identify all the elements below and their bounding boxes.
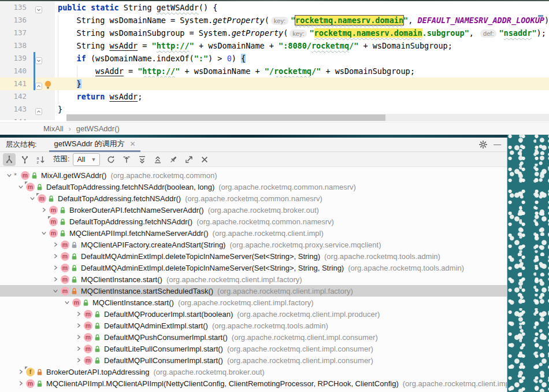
minimize-icon[interactable]: — bbox=[494, 142, 501, 147]
tree-row[interactable]: mMQClientAPIFactory.createAndStart(Strin… bbox=[0, 239, 507, 250]
chevron-down-icon[interactable] bbox=[39, 228, 49, 238]
method-icon: m bbox=[61, 252, 69, 261]
chevron-right-icon[interactable] bbox=[74, 321, 83, 330]
tree-row[interactable]: mBrokerOuterAPI.fetchNameServerAddr()(or… bbox=[0, 204, 507, 216]
sort-alphabetically-icon[interactable]: az bbox=[34, 153, 47, 166]
chevron-right-icon[interactable] bbox=[16, 367, 25, 376]
chevron-right-icon[interactable] bbox=[51, 240, 60, 249]
tree-item-package: (org.apache.rocketmq.tools.admin) bbox=[212, 321, 328, 330]
fold-marker-icon[interactable] bbox=[35, 106, 42, 113]
code-lines: 135public static String getWSAddr() {136… bbox=[0, 1, 549, 120]
code-line[interactable]: 140 wsAddr = "http://" + wsDomainName + … bbox=[0, 65, 549, 77]
breadcrumb-item[interactable]: getWSAddr() bbox=[76, 124, 120, 133]
fold-marker-icon[interactable] bbox=[35, 80, 42, 87]
method-icon: m bbox=[61, 241, 69, 249]
chevron-right-icon[interactable] bbox=[51, 252, 60, 261]
tree-row[interactable]: mDefaultLitePullConsumerImpl.start()(org… bbox=[0, 343, 507, 354]
public-visibility-icon bbox=[94, 334, 101, 341]
chevron-placeholder bbox=[39, 217, 49, 226]
collapse-all-icon[interactable] bbox=[151, 153, 164, 166]
chevron-right-icon[interactable] bbox=[74, 332, 83, 342]
breadcrumb-item[interactable]: MixAll bbox=[43, 124, 64, 133]
tree-row[interactable]: mDefaultMQAdminExtImpl.deleteTopicInName… bbox=[0, 262, 507, 273]
chevron-right-icon[interactable] bbox=[39, 205, 49, 215]
chevron-down-icon[interactable] bbox=[16, 182, 25, 191]
code-line[interactable]: 136 String wsDomainName = System.getProp… bbox=[0, 14, 549, 27]
tree-item-label: BrokerOuterAPI.topAddressing bbox=[46, 368, 149, 376]
caller-hierarchy-icon[interactable] bbox=[3, 153, 16, 166]
code-line[interactable]: 137 String wsDomainSubgroup = System.get… bbox=[0, 27, 549, 39]
chevron-right-icon[interactable] bbox=[16, 379, 25, 388]
method-icon: m bbox=[72, 298, 81, 307]
tree-row[interactable]: fBrokerOuterAPI.topAddressing(org.apache… bbox=[0, 366, 507, 378]
line-number: 143 bbox=[0, 103, 27, 116]
tree-row[interactable]: mMQClientAPIImpl.fetchNameServerAddr()(o… bbox=[0, 227, 507, 239]
pin-icon[interactable] bbox=[167, 153, 180, 166]
code-line[interactable]: 141 } bbox=[0, 77, 549, 90]
chevron-right-icon[interactable] bbox=[74, 344, 83, 353]
code-text: return wsAddr; bbox=[58, 90, 549, 103]
tree-item-package: (org.apache.rocketmq.common) bbox=[110, 171, 217, 180]
gear-icon[interactable] bbox=[478, 140, 488, 149]
code-text: String wsDomainName = System.getProperty… bbox=[58, 14, 549, 27]
method-icon: m bbox=[84, 356, 92, 365]
chevron-down-icon[interactable] bbox=[28, 194, 37, 203]
tree-row[interactable]: *mMixAll.getWSAddr()(org.apache.rocketmq… bbox=[0, 169, 507, 181]
fold-marker-icon[interactable] bbox=[35, 4, 42, 11]
tree-item-label: DefaultLitePullConsumerImpl.start() bbox=[104, 345, 223, 353]
base-on-this-method-icon[interactable] bbox=[120, 153, 133, 166]
hierarchy-toolbar: az范围:All▼ bbox=[0, 152, 507, 167]
tree-row[interactable]: mDefaultTopAddressing.fetchNSAddr()(org.… bbox=[0, 193, 507, 204]
scrollbar-thumb[interactable] bbox=[66, 114, 385, 121]
method-icon: m bbox=[84, 345, 92, 353]
scope-select[interactable]: All▼ bbox=[73, 153, 100, 166]
method-icon: m bbox=[84, 333, 92, 342]
close-icon[interactable] bbox=[198, 153, 211, 166]
fold-marker-icon[interactable] bbox=[35, 55, 42, 62]
intention-bulb-icon[interactable] bbox=[44, 80, 52, 88]
tree-row[interactable]: mDefaultMQProducerImpl.start(boolean)(or… bbox=[0, 308, 507, 320]
tree-row[interactable]: mMQClientAPIImpl.MQClientAPIImpl(NettyCl… bbox=[0, 378, 507, 389]
callee-hierarchy-icon[interactable] bbox=[18, 153, 31, 166]
chevron-right-icon[interactable] bbox=[51, 263, 60, 272]
call-hierarchy-tree: *mMixAll.getWSAddr()(org.apache.rocketmq… bbox=[0, 167, 507, 392]
chevron-right-icon[interactable] bbox=[51, 275, 60, 284]
tree-row[interactable]: mDefaultMQPullConsumerImpl.start()(org.a… bbox=[0, 354, 507, 366]
tab-getwsaddr-callers[interactable]: getWSAddr 的调用方 ✕ bbox=[49, 138, 140, 152]
tree-item-label: MQClientAPIFactory.createAndStart(String… bbox=[81, 241, 225, 249]
refresh-icon[interactable] bbox=[105, 153, 117, 166]
tree-row[interactable]: mDefaultMQAdminExtImpl.deleteTopicInName… bbox=[0, 250, 507, 262]
tree-item-label: DefaultTopAddressing.fetchNSAddr() bbox=[69, 217, 192, 226]
tree-row[interactable]: mDefaultTopAddressing.fetchNSAddr(boolea… bbox=[0, 181, 507, 193]
method-icon: m bbox=[61, 264, 69, 272]
private-visibility-icon bbox=[71, 287, 77, 295]
tree-row[interactable]: mMQClientInstance.startScheduledTask()(o… bbox=[0, 285, 507, 297]
line-number: 141 bbox=[0, 77, 27, 90]
chevron-down-icon[interactable] bbox=[51, 286, 60, 295]
tree-row[interactable]: mDefaultTopAddressing.fetchNSAddr()(org.… bbox=[0, 216, 507, 227]
chevron-down-icon[interactable] bbox=[5, 171, 14, 180]
tree-item-package: (org.apache.rocketmq.client.impl.factory… bbox=[217, 287, 353, 295]
expand-all-icon[interactable] bbox=[136, 153, 149, 166]
tree-row[interactable]: mDefaultMQAdminExtImpl.start()(org.apach… bbox=[0, 320, 507, 331]
tree-row[interactable]: mDefaultMQPushConsumerImpl.start()(org.a… bbox=[0, 331, 507, 343]
code-line[interactable]: 139 if (wsDomainName.indexOf(":") > 0) { bbox=[0, 52, 549, 65]
tree-row[interactable]: mMQClientInstance.start()(org.apache.roc… bbox=[0, 273, 507, 285]
tab-label: getWSAddr 的调用方 bbox=[54, 139, 124, 149]
method-icon: m bbox=[61, 287, 69, 295]
code-line[interactable]: 138 String wsAddr = "http://" + wsDomain… bbox=[0, 39, 549, 52]
chevron-down-icon[interactable] bbox=[62, 298, 72, 307]
tree-row[interactable]: mMQClientInstance.start()(org.apache.roc… bbox=[0, 297, 507, 308]
code-line[interactable]: 142 return wsAddr; bbox=[0, 90, 549, 103]
chevron-right-icon[interactable] bbox=[74, 356, 83, 365]
open-in-new-window-icon[interactable] bbox=[183, 153, 195, 166]
code-text: public static String getWSAddr() { bbox=[58, 1, 549, 14]
code-line[interactable]: 135public static String getWSAddr() { bbox=[0, 1, 549, 14]
method-icon: m bbox=[21, 171, 29, 180]
code-editor[interactable]: 135public static String getWSAddr() {136… bbox=[0, 1, 549, 120]
tab-close-icon[interactable]: ✕ bbox=[130, 140, 136, 148]
tree-item-label: MQClientAPIImpl.fetchNameServerAddr() bbox=[69, 229, 209, 238]
package-visibility-icon bbox=[71, 241, 77, 249]
horizontal-scrollbar[interactable] bbox=[66, 114, 549, 121]
chevron-right-icon[interactable] bbox=[74, 309, 83, 319]
